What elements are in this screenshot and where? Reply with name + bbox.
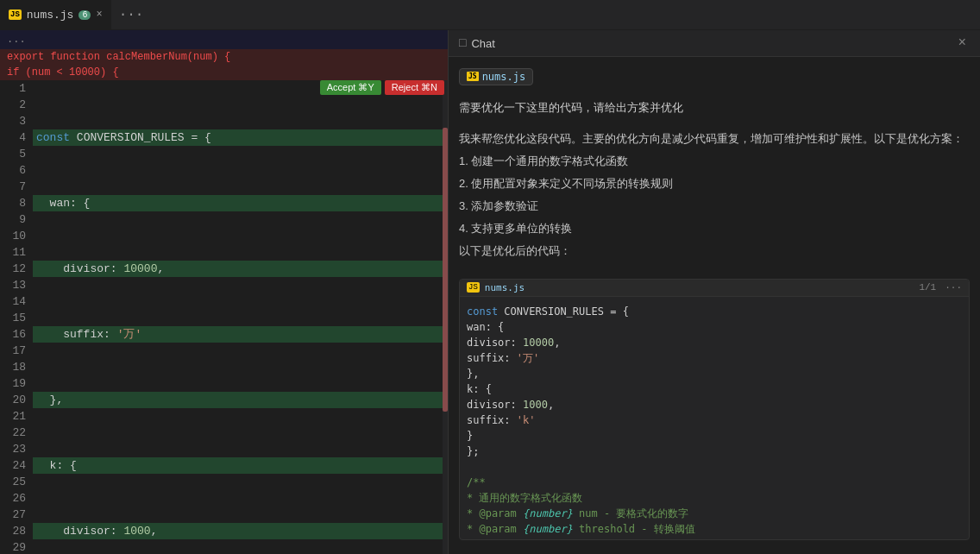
ai-point-1: 1. 创建一个通用的数字格式化函数 [459, 152, 970, 171]
scroll-indicator [443, 80, 448, 554]
chat-body[interactable]: JS nums.js 需要优化一下这里的代码，请给出方案并优化 我来帮您优化这段… [449, 57, 980, 554]
tab-bar: JS nums.js 6 × ··· [0, 0, 980, 30]
ai-point-4: 4. 支持更多单位的转换 [459, 219, 970, 238]
code-block-js-icon: JS [467, 282, 480, 293]
cb-line: * @param {number} num - 要格式化的数字 [467, 506, 962, 521]
code-line: suffix: '万' [33, 326, 443, 343]
cb-line: }, [467, 366, 962, 381]
chat-code-block: JS nums.js 1/1 ··· const CONVERSION_RULE… [459, 279, 970, 540]
line-numbers: 12345 678910 1112131415 1617181920 21222… [0, 80, 33, 554]
cb-line: k: { [467, 381, 962, 397]
cb-line: } [467, 428, 962, 444]
code-area: Accept ⌘Y Reject ⌘N 12345 678910 1112131… [0, 80, 448, 554]
code-block-body: const CONVERSION_RULES = { wan: { diviso… [460, 297, 969, 540]
ai-point-3: 3. 添加参数验证 [459, 197, 970, 216]
ai-intro: 我来帮您优化这段代码。主要的优化方向是减少代码重复，增加可维护性和扩展性。以下是… [459, 129, 970, 148]
cb-line: divisor: 1000, [467, 397, 962, 412]
tab-filename: nums.js [27, 9, 74, 22]
cb-line: /** [467, 475, 962, 490]
chat-ai-message: 我来帮您优化这段代码。主要的优化方向是减少代码重复，增加可维护性和扩展性。以下是… [459, 126, 970, 265]
editor-pane: ... export function calcMemberNum(num) {… [0, 30, 448, 554]
chat-icon: □ [459, 36, 466, 50]
chat-header: □ Chat × [449, 30, 980, 57]
cb-line: suffix: 'k' [467, 412, 962, 428]
chat-title: Chat [471, 37, 954, 50]
diff-line-text: export function calcMemberNum(num) { [7, 51, 230, 63]
cb-line: wan: { [467, 319, 962, 335]
code-line: const CONVERSION_RULES = { [33, 129, 443, 146]
diff-context-ellipsis: ... [7, 34, 26, 46]
ai-point-5: 以下是优化后的代码： [459, 242, 970, 261]
tab-overflow-button[interactable]: ··· [112, 7, 151, 22]
cb-line: * @param {string} unit - 转换单位 ('wan' | '… [467, 537, 962, 540]
code-block-filename: nums.js [485, 282, 914, 293]
cb-line: suffix: '万' [467, 350, 962, 366]
reject-button[interactable]: Reject ⌘N [385, 80, 444, 95]
diff-context-line2: if (num < 10000) { [0, 65, 448, 80]
code-content: const CONVERSION_RULES = { wan: { diviso… [33, 80, 443, 554]
tab-badge: 6 [79, 10, 91, 20]
code-line: divisor: 1000, [33, 523, 443, 539]
chat-pane: □ Chat × JS nums.js 需要优化一下这里的代码，请给出方案并优化… [448, 30, 980, 554]
cb-line: * 通用的数字格式化函数 [467, 490, 962, 506]
code-block-pages: 1/1 [919, 282, 936, 293]
chat-close-button[interactable]: × [954, 35, 970, 51]
file-ref-js-icon: JS [467, 72, 479, 81]
cb-line: const CONVERSION_RULES = { [467, 304, 962, 319]
scroll-thumb [443, 128, 448, 412]
code-block-header: JS nums.js 1/1 ··· [460, 280, 969, 297]
code-lines: const CONVERSION_RULES = { wan: { diviso… [33, 80, 443, 554]
code-line: wan: { [33, 195, 443, 211]
chat-file-ref: JS nums.js [459, 67, 970, 89]
code-line: divisor: 10000, [33, 261, 443, 277]
editor-tab[interactable]: JS nums.js 6 × [0, 0, 112, 29]
code-line: k: { [33, 457, 443, 474]
js-icon: JS [9, 9, 22, 20]
cb-line: * @param {number} threshold - 转换阈值 [467, 521, 962, 537]
diff-context-line1: export function calcMemberNum(num) { [0, 49, 448, 65]
code-line: }, [33, 392, 443, 408]
diff-context-header: ... [0, 30, 448, 49]
ai-point-2: 2. 使用配置对象来定义不同场景的转换规则 [459, 174, 970, 193]
diff-line-text2: if (num < 10000) { [7, 66, 119, 79]
code-block-dots: ··· [945, 282, 962, 293]
cb-line [467, 459, 962, 475]
chat-user-message: 需要优化一下这里的代码，请给出方案并优化 [459, 99, 970, 116]
cb-line: }; [467, 444, 962, 459]
file-ref-name: nums.js [482, 71, 526, 83]
diff-actions: Accept ⌘Y Reject ⌘N [320, 80, 444, 95]
main-container: ... export function calcMemberNum(num) {… [0, 30, 980, 554]
accept-button[interactable]: Accept ⌘Y [320, 80, 381, 95]
tab-close-button[interactable]: × [96, 9, 102, 21]
cb-line: divisor: 10000, [467, 335, 962, 350]
